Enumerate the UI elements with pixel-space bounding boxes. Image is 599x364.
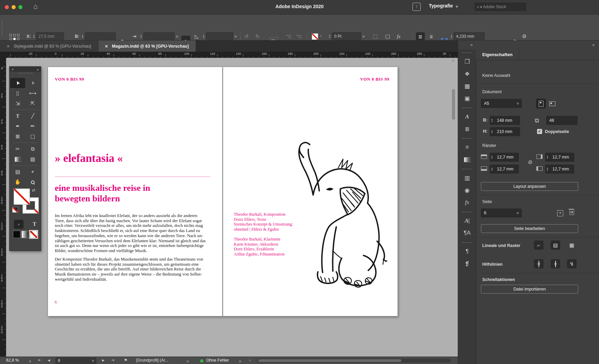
expand-icon[interactable]: » bbox=[592, 43, 595, 47]
gradient-swatch-tool[interactable] bbox=[10, 154, 25, 164]
corner-radius-field[interactable]: 4,233 mm bbox=[449, 32, 485, 40]
stepper-icon[interactable] bbox=[139, 32, 143, 40]
layers-icon[interactable]: ❖ bbox=[458, 68, 476, 80]
drag-handle[interactable] bbox=[462, 169, 472, 170]
pencil-tool[interactable]: ✏ bbox=[25, 121, 40, 131]
stroke-weight-field[interactable]: 0 Pt bbox=[327, 32, 365, 40]
facing-pages-checkbox[interactable]: ✓ bbox=[537, 129, 542, 134]
type-tool[interactable]: T bbox=[10, 111, 25, 121]
effects-icon[interactable]: fx bbox=[458, 196, 476, 209]
panel-grip[interactable] bbox=[2, 19, 3, 36]
rotation-field[interactable] bbox=[201, 32, 237, 40]
document-width-field[interactable]: 148 mm bbox=[490, 116, 520, 125]
margin-outside-field[interactable]: 12,7 mm bbox=[545, 165, 574, 173]
drag-handle[interactable] bbox=[462, 52, 472, 54]
share-icon[interactable]: ↑ bbox=[412, 3, 421, 11]
pasteboard[interactable]: VON 0 BIS 99 » elefantasia « eine musika… bbox=[6, 58, 458, 357]
note-tool[interactable]: ▤ bbox=[10, 167, 25, 177]
scale-x-field[interactable] bbox=[139, 32, 178, 40]
vertical-ruler[interactable]: 02 04 06 08 01 0 01 2 01 4 01 6 01 8 02 … bbox=[0, 58, 6, 357]
stepper-icon[interactable] bbox=[490, 127, 494, 136]
drag-handle[interactable] bbox=[462, 138, 472, 139]
content-placer-tool[interactable]: ⇱ bbox=[25, 98, 40, 109]
delete-page-button[interactable] bbox=[569, 210, 574, 215]
document-grid-button[interactable]: ▦ bbox=[567, 241, 577, 250]
rectangle-tool[interactable]: ▢ bbox=[25, 131, 40, 142]
scrollbar-thumb[interactable] bbox=[258, 359, 401, 362]
swap-fill-stroke-icon[interactable]: ⇄ bbox=[32, 188, 35, 193]
apply-color-button[interactable] bbox=[13, 231, 20, 238]
import-file-button[interactable]: Datei importieren bbox=[481, 285, 578, 294]
chevron-down-icon[interactable] bbox=[234, 35, 237, 38]
fill-color-swatch[interactable] bbox=[312, 33, 318, 40]
text-wrap-bounding-icon[interactable]: ⩸ bbox=[427, 32, 436, 41]
rotate-cw-icon[interactable]: ↻ bbox=[255, 32, 260, 40]
link-margins-icon[interactable]: ⊘ bbox=[528, 159, 532, 165]
fill-color-swatch[interactable] bbox=[14, 188, 30, 205]
document-tab[interactable]: ×Magazin.indd @ 63 % [GPU-Vorschau] bbox=[98, 40, 196, 52]
hand-tool[interactable]: ✋ bbox=[10, 177, 25, 187]
workspace-switcher[interactable]: Typografie bbox=[429, 3, 458, 9]
margin-bottom-field[interactable]: 12,7 mm bbox=[490, 165, 519, 173]
collapse-icon[interactable]: « bbox=[37, 67, 39, 71]
chevron-down-icon[interactable] bbox=[186, 360, 189, 363]
text-frame-icon[interactable]: ▥ bbox=[458, 172, 476, 184]
first-page-button[interactable]: ⇤ bbox=[38, 358, 41, 362]
chevron-down-icon[interactable] bbox=[362, 35, 365, 38]
scroll-left-icon[interactable]: ‹ bbox=[249, 358, 250, 363]
page-tool[interactable]: ▯ bbox=[10, 88, 25, 98]
document-tab[interactable]: ×Styleguide.indd @ 63 % [GPU-Vorschau] bbox=[0, 40, 98, 52]
fill-menu-arrow[interactable]: › bbox=[320, 33, 322, 38]
horizontal-ruler[interactable]: 2002040608010012014016018020022024026028… bbox=[6, 52, 458, 58]
zoom-level[interactable]: 62,8 % bbox=[6, 358, 19, 363]
gap-tool[interactable]: ⟷ bbox=[25, 88, 40, 98]
selection-tool[interactable]: ➤ bbox=[10, 78, 25, 88]
add-page-button[interactable]: + bbox=[557, 210, 563, 216]
tools-panel-header[interactable]: × « bbox=[10, 67, 41, 72]
last-page-button[interactable]: ⇥ bbox=[111, 358, 114, 362]
stepper-icon[interactable] bbox=[80, 32, 85, 40]
text-wrap-none-icon[interactable]: ≣ bbox=[416, 32, 425, 41]
page-count-field[interactable]: 48 bbox=[546, 116, 578, 125]
preflight-icon[interactable]: ⚑ bbox=[124, 358, 128, 363]
select-content-icon[interactable]: ⌥ bbox=[296, 32, 302, 40]
direct-selection-tool[interactable]: ➢ bbox=[25, 78, 40, 88]
glyphs-icon[interactable]: ❡ bbox=[458, 258, 476, 270]
zoom-tool[interactable]: Ϙ bbox=[25, 177, 40, 187]
chevron-down-icon[interactable] bbox=[239, 360, 242, 363]
margin-top-field[interactable]: 12,7 mm bbox=[490, 153, 519, 162]
gradient-feather-tool[interactable]: ▨ bbox=[25, 154, 40, 164]
pages-icon[interactable]: ❐ bbox=[458, 55, 476, 68]
scroll-up-icon[interactable]: ∧ bbox=[452, 59, 454, 62]
formatting-affects-container-button[interactable]: ▫ bbox=[14, 220, 23, 229]
free-transform-tool[interactable]: ⧉ bbox=[25, 144, 40, 154]
edit-page-button[interactable]: Seite bearbeiten bbox=[481, 224, 578, 233]
stepper-icon[interactable] bbox=[327, 32, 332, 40]
stepper-icon[interactable] bbox=[545, 165, 550, 173]
character-styles-icon[interactable]: A| bbox=[458, 215, 476, 227]
vertical-scrollbar[interactable]: ∧ bbox=[451, 58, 456, 357]
apply-none-button[interactable] bbox=[30, 231, 37, 238]
corner-options-icon[interactable]: ⬚ bbox=[373, 32, 378, 40]
baseline-grid-button[interactable]: ▤ bbox=[551, 241, 560, 250]
collapse-icon[interactable]: « bbox=[470, 43, 473, 47]
formatting-affects-text-button[interactable]: T bbox=[33, 221, 36, 227]
scrollbar-thumb[interactable] bbox=[452, 89, 455, 120]
apply-gradient-button[interactable] bbox=[21, 231, 29, 238]
margin-inside-field[interactable]: 12,7 mm bbox=[545, 153, 574, 162]
preflight-status[interactable]: Ohne Fehler bbox=[206, 358, 229, 363]
line-tool[interactable]: ╱ bbox=[25, 111, 40, 121]
stepper-icon[interactable] bbox=[32, 32, 36, 40]
document-height-field[interactable]: 210 mm bbox=[490, 127, 520, 136]
eyedropper-tool[interactable]: ⌖ bbox=[25, 167, 40, 177]
paragraph-styles-icon[interactable]: ¶A bbox=[458, 227, 476, 239]
default-fill-stroke-icon[interactable] bbox=[12, 207, 18, 213]
stepper-icon[interactable] bbox=[201, 32, 206, 40]
adobe-stock-search[interactable]: ⌕ bbox=[474, 3, 526, 11]
scissors-tool[interactable]: ✂ bbox=[10, 144, 25, 154]
rotate-ccw-icon[interactable]: ↺ bbox=[244, 32, 249, 40]
stroke-panel-icon[interactable]: ≡ bbox=[458, 141, 476, 153]
page-right[interactable]: VON 0 BIS 99 Theodor Burkali, Kompositio… bbox=[223, 67, 398, 316]
gradient-panel-icon[interactable] bbox=[458, 153, 476, 166]
swatches-icon[interactable]: ▦ bbox=[458, 80, 476, 92]
